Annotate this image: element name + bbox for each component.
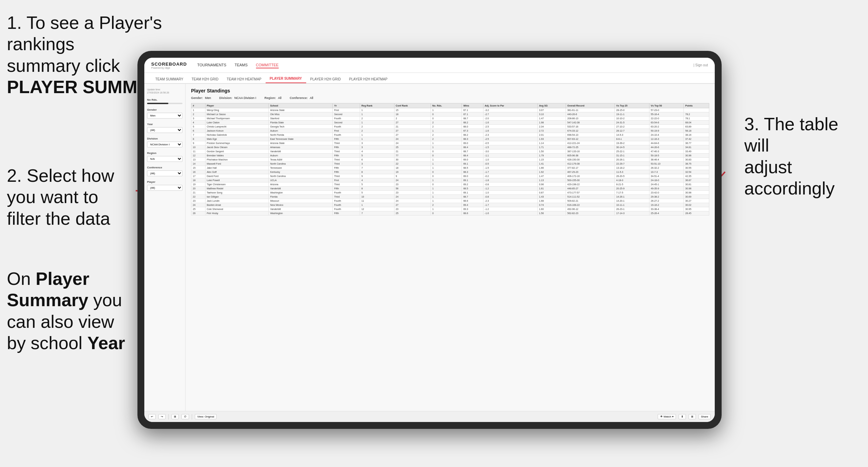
cell-points: 78.2 (684, 112, 709, 116)
col-top25[interactable]: Vs Top 25 (615, 103, 649, 108)
nav-item-tournaments[interactable]: TOURNAMENTS (197, 62, 226, 68)
cell-wins: 67.1 (462, 108, 483, 112)
table-row: 21 Taehoon Song Washington Fourth 5 23 1… (191, 191, 709, 195)
cell-player: Michael Thorbjornsen (205, 116, 269, 121)
annotation-text-3: 2. Select how (7, 166, 114, 186)
table-row: 4 Luke Claton Florida State Second 1 27 … (191, 121, 709, 125)
cell-yr: First (333, 178, 360, 182)
region-select[interactable]: N/A (147, 156, 182, 162)
sub-nav-player-summary[interactable]: PLAYER SUMMARY (266, 75, 306, 83)
sidebar-region: Region N/A (147, 152, 182, 162)
filter-button[interactable]: ⊞ (689, 414, 696, 419)
cell-yr: Third (333, 149, 360, 154)
table-row: 22 Ian Gilligan Florida Third 10 24 1 68… (191, 195, 709, 199)
table-area: Player Standings Gender: Men Division: N… (186, 84, 715, 411)
tablet-frame: SCOREBOARD Powered by clippi TOURNAMENTS… (137, 51, 722, 429)
cell-overall: 381-61-11 (566, 108, 615, 112)
col-adj[interactable]: Adj. Score to Par (483, 103, 537, 108)
cell-top25: 26-20-5 (615, 174, 649, 178)
cell-top25: 30-14-5 (615, 145, 649, 149)
share-button[interactable]: Share (699, 414, 711, 419)
player-select[interactable]: (All) (147, 185, 182, 191)
cell-yr: Third (333, 182, 360, 187)
cell-top50: 26-32-2 (649, 166, 684, 170)
sub-nav-player-h2h-grid[interactable]: PLAYER H2H GRID (306, 75, 345, 83)
cell-no-rds: 0 (431, 170, 462, 174)
cell-overall: 428-150-30 (566, 158, 615, 162)
cell-wins: 69.4 (462, 203, 483, 207)
copy-button[interactable]: ⊞ (171, 414, 179, 419)
col-rank: # (191, 103, 205, 108)
col-points[interactable]: Points (684, 103, 709, 108)
view-original-button[interactable]: View: Original (195, 414, 216, 419)
table-filters: Gender: Men Division: NCAA Division I Re… (191, 96, 709, 100)
conference-label: Conference (147, 166, 182, 169)
col-reg-rank[interactable]: Reg Rank (360, 103, 394, 108)
undo-button[interactable]: ↩ (148, 414, 156, 419)
cell-yr: Fourth (333, 125, 360, 129)
col-no-rds[interactable]: No. Rds. (431, 103, 462, 108)
cell-adj: -1.6 (483, 121, 537, 125)
redo-button[interactable]: ↪ (158, 414, 166, 419)
tablet-screen: SCOREBOARD Powered by clippi TOURNAMENTS… (144, 58, 715, 422)
cell-no-rds: 0 (431, 112, 462, 116)
cell-overall: 440-26-6 (566, 112, 615, 116)
cell-no-rds: 2 (431, 203, 462, 207)
sub-nav-team-h2h-heatmap[interactable]: TEAM H2H HEATMAP (223, 75, 266, 83)
cell-top25: 17-14-3 (615, 211, 649, 215)
cell-player: Michael Le Sasso (205, 112, 269, 116)
sub-nav-team-h2h-grid[interactable]: TEAM H2H GRID (188, 75, 223, 83)
cell-rank: 1 (191, 108, 205, 112)
conference-select[interactable]: (All) (147, 170, 182, 176)
nav-item-teams[interactable]: TEAMS (235, 62, 248, 68)
sub-nav-team-summary[interactable]: TEAM SUMMARY (151, 75, 188, 83)
cell-yr: Fifth (333, 154, 360, 158)
division-select[interactable]: NCAA Division I (147, 142, 182, 147)
col-school[interactable]: School (269, 103, 333, 108)
col-overall[interactable]: Overall Record (566, 103, 615, 108)
cell-reg-rank: 3 (360, 162, 394, 166)
cell-school: UCLA (269, 178, 333, 182)
col-yr[interactable]: Yr (333, 103, 360, 108)
clock-button[interactable]: ⏱ (181, 414, 189, 419)
sidebar-conference: Conference (All) (147, 166, 182, 176)
sidebar-update: Update time: 27/03/2024 16:56:26 (147, 88, 182, 94)
cell-player: Jack Lundin (205, 199, 269, 203)
sidebar-update-text: Update time: 27/03/2024 16:56:26 (147, 88, 182, 94)
cell-top25: 19-39-2 (615, 141, 649, 145)
download-button[interactable]: ⬇ (679, 414, 686, 419)
cell-player: Jake Hall (205, 166, 269, 170)
cell-rank: 18 (191, 178, 205, 182)
col-wins[interactable]: Wins (462, 103, 483, 108)
nav-item-committee[interactable]: COMMITTEE (256, 62, 279, 68)
watch-button[interactable]: 👁 Watch ▾ (658, 414, 676, 419)
no-rds-slider[interactable] (147, 103, 182, 104)
gender-select[interactable]: Men (147, 113, 182, 119)
cell-no-rds: 1 (431, 158, 462, 162)
col-player[interactable]: Player (205, 103, 269, 108)
cell-yr: Fourth (333, 116, 360, 121)
col-avg-sg[interactable]: Avg SG (537, 103, 566, 108)
cell-rank: 13 (191, 158, 205, 162)
cell-reg-rank: 7 (360, 166, 394, 170)
cell-wins: 68.4 (462, 154, 483, 158)
sub-nav-player-h2h-heatmap[interactable]: PLAYER H2H HEATMAP (345, 75, 392, 83)
cell-points: 58.18 (684, 129, 709, 133)
year-select[interactable]: (All) (147, 127, 182, 133)
cell-school: Ole Miss (269, 112, 333, 116)
cell-conf-rank: 27 (394, 133, 431, 137)
cell-reg-rank: 9 (360, 174, 394, 178)
cell-school: Florida (269, 195, 333, 199)
annotation-text-6: On (7, 269, 36, 289)
cell-adj: -1.1 (483, 154, 537, 158)
cell-adj: -0.8 (483, 195, 537, 199)
cell-overall: 406-172-16 (566, 174, 615, 178)
cell-adj: -2.5 (483, 125, 537, 129)
col-top50[interactable]: Vs Top 50 (649, 103, 684, 108)
cell-avg-sg: 3.07 (537, 108, 566, 112)
cell-conf-rank: 21 (394, 125, 431, 129)
cell-top50: 24-10-4 (649, 133, 684, 137)
table-row: 5 Christo Lamprecht Georgia Tech Fourth … (191, 125, 709, 129)
cell-no-rds: 1 (431, 166, 462, 170)
col-conf-rank[interactable]: Conf Rank (394, 103, 431, 108)
